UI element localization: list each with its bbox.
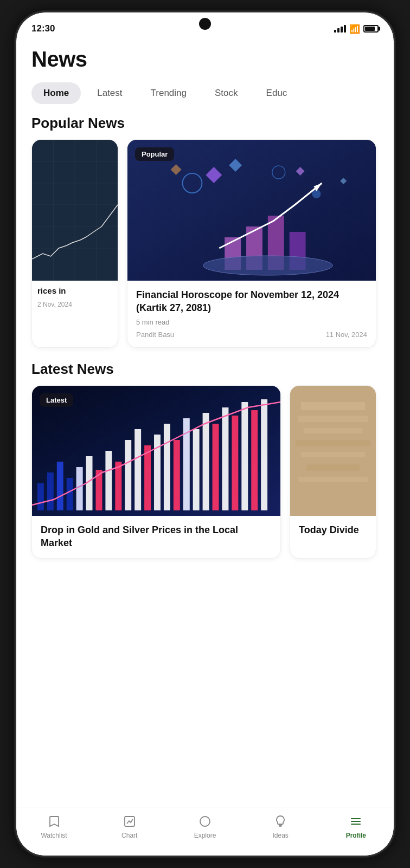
nav-tab-educ[interactable]: Educ xyxy=(254,82,299,104)
svg-rect-48 xyxy=(241,402,248,510)
latest-card-main[interactable]: Latest Drop in Gold and Silver Prices in… xyxy=(31,385,281,559)
compass-icon xyxy=(197,814,213,829)
svg-rect-43 xyxy=(193,429,200,510)
nav-tabs: Home Latest Trending Stock Educ xyxy=(16,76,394,111)
svg-rect-38 xyxy=(144,445,151,510)
latest-news-scroll[interactable]: Latest Drop in Gold and Silver Prices in… xyxy=(16,385,394,568)
svg-rect-34 xyxy=(105,451,112,510)
nav-tab-latest[interactable]: Latest xyxy=(85,82,134,104)
svg-rect-49 xyxy=(251,410,258,510)
svg-rect-45 xyxy=(213,424,219,510)
nav-tab-stock[interactable]: Stock xyxy=(203,82,250,104)
nav-tab-trending[interactable]: Trending xyxy=(139,82,198,104)
latest-news-title: Latest News xyxy=(16,357,394,385)
menu-lines-icon xyxy=(348,814,363,829)
svg-rect-54 xyxy=(301,402,366,410)
partial-card-date: 2 Nov, 2024 xyxy=(32,301,118,314)
partial-card-image xyxy=(32,140,118,281)
chart-icon xyxy=(122,814,137,829)
svg-rect-50 xyxy=(261,399,267,510)
partial-chart-illustration xyxy=(32,140,118,281)
svg-rect-40 xyxy=(164,424,170,510)
status-time: 12:30 xyxy=(31,23,55,34)
lightbulb-icon xyxy=(273,814,288,829)
svg-point-62 xyxy=(200,817,210,826)
scroll-content[interactable]: News Home Latest Trending Stock Educ Pop… xyxy=(16,38,394,856)
nav-item-explore[interactable]: Explore xyxy=(183,814,227,839)
svg-rect-46 xyxy=(222,407,228,510)
wifi-icon: 📶 xyxy=(349,24,360,34)
page-header: News xyxy=(16,38,394,76)
svg-rect-47 xyxy=(232,416,238,510)
financial-chart-illustration xyxy=(127,140,376,281)
popular-card-author: Pandit Basu xyxy=(136,331,174,339)
svg-rect-28 xyxy=(47,472,54,510)
camera-notch xyxy=(199,18,211,30)
nav-label-chart: Chart xyxy=(121,832,137,839)
popular-badge: Popular xyxy=(135,147,174,161)
popular-card-date: 11 Nov, 2024 xyxy=(326,331,367,339)
svg-rect-59 xyxy=(306,464,360,471)
svg-rect-52 xyxy=(183,418,190,510)
latest-card-image: Latest xyxy=(32,386,280,516)
svg-rect-51 xyxy=(76,467,83,510)
popular-news-scroll[interactable]: rices in 2 Nov, 2024 xyxy=(16,139,394,357)
svg-rect-27 xyxy=(37,483,44,510)
svg-rect-30 xyxy=(67,478,73,510)
latest-partial-image: Latest xyxy=(290,386,376,516)
latest-partial-content: Today Divide xyxy=(290,516,376,545)
partial-card-title: rices in xyxy=(32,281,118,301)
popular-card-meta: Pandit Basu 11 Nov, 2024 xyxy=(136,331,367,339)
page-title: News xyxy=(31,47,379,72)
svg-rect-56 xyxy=(304,428,363,433)
latest-card-title: Drop in Gold and Silver Prices in the Lo… xyxy=(41,523,272,550)
svg-rect-37 xyxy=(134,429,141,510)
svg-rect-29 xyxy=(57,462,63,510)
svg-rect-44 xyxy=(203,413,209,510)
svg-rect-58 xyxy=(301,452,366,457)
svg-rect-60 xyxy=(298,477,368,482)
popular-card-content: Financial Horoscope for November 12, 202… xyxy=(127,281,376,347)
battery-icon xyxy=(363,25,379,33)
popular-card-main[interactable]: Popular Financial Horoscope for November… xyxy=(127,139,376,348)
bottom-nav: Watchlist Chart Explor xyxy=(16,807,394,856)
phone-frame: 12:30 📶 News Home xyxy=(15,11,395,857)
svg-marker-63 xyxy=(203,819,207,824)
popular-card-read-time: 5 min read xyxy=(136,318,367,326)
nav-label-explore: Explore xyxy=(194,832,216,839)
popular-card-image: Popular xyxy=(127,140,376,281)
latest-badge: Latest xyxy=(40,393,73,407)
bookmark-icon xyxy=(47,814,62,829)
nav-label-ideas: Ideas xyxy=(272,832,288,839)
signal-bars-icon xyxy=(334,25,346,33)
svg-rect-36 xyxy=(125,440,131,510)
status-icons: 📶 xyxy=(334,24,379,34)
latest-partial-title: Today Divide xyxy=(299,523,367,536)
nav-item-profile[interactable]: Profile xyxy=(334,814,377,839)
popular-news-title: Popular News xyxy=(16,111,394,139)
svg-rect-57 xyxy=(296,440,370,446)
nav-tab-home[interactable]: Home xyxy=(31,82,81,104)
popular-card-partial[interactable]: rices in 2 Nov, 2024 xyxy=(31,139,118,348)
nav-label-watchlist: Watchlist xyxy=(41,832,67,839)
popular-card-title: Financial Horoscope for November 12, 202… xyxy=(136,288,367,315)
svg-rect-41 xyxy=(174,440,180,510)
nav-item-watchlist[interactable]: Watchlist xyxy=(33,814,76,839)
latest-card-content: Drop in Gold and Silver Prices in the Lo… xyxy=(32,516,280,559)
nav-item-ideas[interactable]: Ideas xyxy=(259,814,302,839)
nav-label-profile: Profile xyxy=(346,832,366,839)
svg-rect-55 xyxy=(298,416,368,422)
svg-rect-35 xyxy=(115,462,121,510)
latest-card-partial[interactable]: Latest xyxy=(290,385,376,559)
phone-screen: 12:30 📶 News Home xyxy=(16,12,394,856)
nav-item-chart[interactable]: Chart xyxy=(108,814,151,839)
